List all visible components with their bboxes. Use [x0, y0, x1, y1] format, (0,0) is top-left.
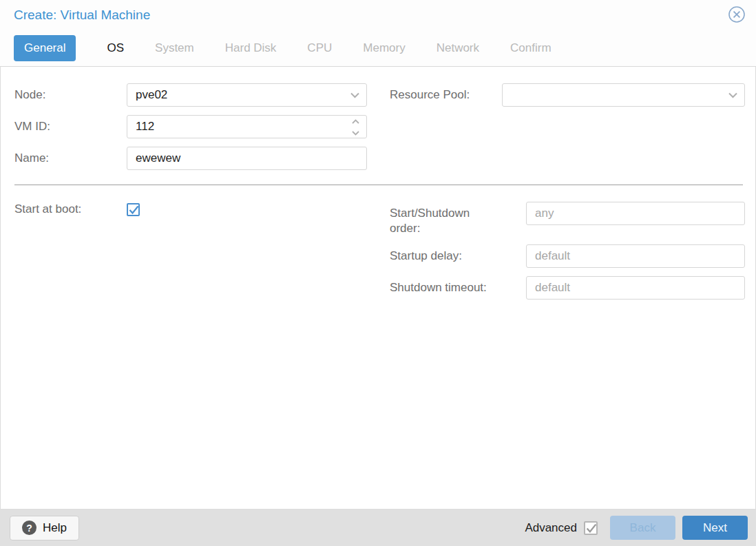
resource-pool-combobox[interactable] [502, 83, 745, 107]
startup-order-label: Start/Shutdown order: [390, 202, 526, 236]
resource-pool-label: Resource Pool: [390, 87, 502, 103]
node-dropdown-trigger[interactable] [348, 83, 361, 107]
help-icon: ? [22, 521, 36, 535]
vmid-spinner-input[interactable] [127, 115, 367, 138]
startup-delay-input[interactable] [526, 244, 745, 268]
create-vm-dialog: Create: Virtual Machine General OS Syste… [0, 0, 756, 546]
resource-pool-dropdown-trigger[interactable] [726, 83, 739, 107]
next-button[interactable]: Next [682, 516, 748, 540]
tab-system: System [155, 41, 194, 55]
start-at-boot-checkbox[interactable] [127, 203, 140, 216]
general-tab-panel: Node: VM ID: [0, 67, 756, 510]
wizard-tabbar: General OS System Hard Disk CPU Memory N… [0, 30, 756, 67]
close-button[interactable] [727, 6, 746, 25]
close-icon [728, 6, 746, 25]
tab-network: Network [437, 41, 479, 55]
node-combobox[interactable] [127, 83, 367, 107]
tab-os[interactable]: OS [107, 41, 124, 55]
chevron-down-icon [351, 127, 360, 138]
tab-general[interactable]: General [14, 35, 76, 61]
section-divider [14, 185, 743, 185]
chevron-down-icon [350, 90, 360, 101]
shutdown-timeout-label: Shutdown timeout: [390, 280, 526, 295]
startup-order-input[interactable] [526, 202, 745, 225]
shutdown-timeout-input[interactable] [526, 276, 745, 300]
name-label: Name: [14, 151, 127, 166]
vmid-spinner-buttons[interactable] [350, 115, 361, 138]
chevron-down-icon [728, 90, 738, 101]
dialog-title: Create: Virtual Machine [14, 8, 150, 23]
vmid-label: VM ID: [14, 119, 127, 134]
advanced-checkbox[interactable] [584, 521, 598, 535]
name-input[interactable] [127, 147, 367, 170]
help-button[interactable]: ? Help [10, 516, 79, 540]
start-at-boot-label: Start at boot: [14, 202, 127, 217]
startup-delay-label: Startup delay: [390, 249, 526, 264]
tab-cpu: CPU [307, 41, 332, 55]
tab-memory: Memory [363, 41, 405, 55]
help-button-label: Help [43, 521, 67, 535]
back-button[interactable]: Back [610, 516, 675, 540]
dialog-header: Create: Virtual Machine [0, 0, 756, 30]
tab-confirm: Confirm [510, 41, 552, 55]
chevron-up-icon [351, 116, 360, 127]
advanced-label: Advanced [525, 521, 577, 535]
dialog-footer: ? Help Advanced Back Next [0, 510, 756, 546]
node-label: Node: [14, 87, 127, 103]
tab-hard-disk: Hard Disk [225, 41, 277, 55]
